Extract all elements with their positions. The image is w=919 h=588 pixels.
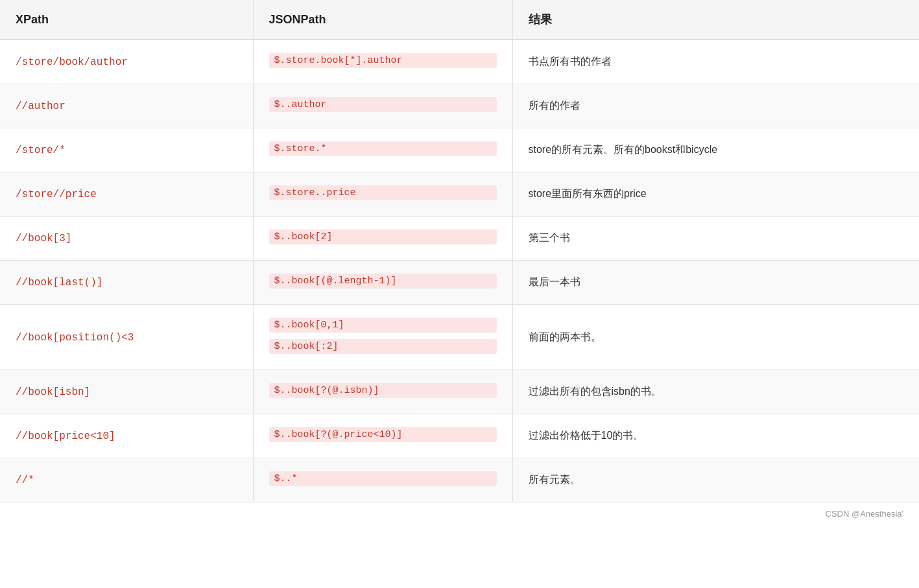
xpath-cell: //book[price<10] <box>0 414 253 458</box>
table-row: /store/book/author$.store.book[*].author… <box>0 40 919 84</box>
result-value: 所有元素。 <box>529 474 580 485</box>
table-row: //book[last()]$..book[(@.length-1)]最后一本书 <box>0 261 919 305</box>
jsonpath-cell: $..author <box>253 84 512 128</box>
table-row: /store//price$.store..pricestore里面所有东西的p… <box>0 172 919 217</box>
header-result: 结果 <box>512 0 919 40</box>
table-row: //author$..author所有的作者 <box>0 84 919 128</box>
xpath-cell: //book[position()<3 <box>0 305 253 370</box>
jsonpath-badge: $..* <box>269 471 497 486</box>
result-cell: 过滤出价格低于10的书。 <box>512 414 919 458</box>
result-value: 最后一本书 <box>529 276 580 287</box>
result-cell: store的所有元素。所有的bookst和bicycle <box>512 128 919 172</box>
xpath-value: //author <box>16 100 66 112</box>
xpath-cell: //author <box>0 84 253 128</box>
result-cell: 第三个书 <box>512 217 919 261</box>
result-cell: 最后一本书 <box>512 261 919 305</box>
result-value: 书点所有书的作者 <box>529 56 612 67</box>
xpath-value: /store//price <box>16 189 97 200</box>
header-jsonpath: JSONPath <box>253 0 512 40</box>
header-xpath: XPath <box>0 0 253 40</box>
xpath-value: //book[3] <box>16 233 71 244</box>
jsonpath-badge: $..book[0,1] <box>269 318 497 333</box>
jsonpath-badge: $.store..price <box>269 185 497 200</box>
result-cell: store里面所有东西的price <box>512 172 919 217</box>
xpath-cell: //book[3] <box>0 217 253 261</box>
xpath-cell: //book[isbn] <box>0 370 253 414</box>
xpath-value: //book[last()] <box>16 277 102 288</box>
jsonpath-cell: $..book[2] <box>253 217 512 261</box>
jsonpath-cell: $..* <box>253 458 512 502</box>
table-row: //book[isbn]$..book[?(@.isbn)] 过滤出所有的包含i… <box>0 370 919 414</box>
xpath-cell: //* <box>0 458 253 502</box>
jsonpath-badge: $.store.book[*].author <box>269 53 497 68</box>
xpath-cell: /store/book/author <box>0 40 253 84</box>
xpath-value: /store/* <box>16 145 66 156</box>
jsonpath-badge: $.store.* <box>269 141 497 156</box>
jsonpath-cell: $..book[?(@.isbn)] <box>253 370 512 414</box>
comparison-table: XPath JSONPath 结果 /store/book/author$.st… <box>0 0 919 502</box>
table-row: //book[3]$..book[2]第三个书 <box>0 217 919 261</box>
result-value: 第三个书 <box>529 232 570 243</box>
result-cell: 前面的两本书。 <box>512 305 919 370</box>
result-cell: 书点所有书的作者 <box>512 40 919 84</box>
xpath-value: //* <box>16 475 34 486</box>
jsonpath-cell: $..book[?(@.price<10)] <box>253 414 512 458</box>
jsonpath-cell: $.store..price <box>253 172 512 217</box>
jsonpath-badge: $..book[?(@.price<10)] <box>269 427 497 442</box>
xpath-value: //book[position()<3 <box>16 332 134 344</box>
jsonpath-badge: $..book[?(@.isbn)] <box>269 383 497 398</box>
jsonpath-cell: $.store.* <box>253 128 512 172</box>
result-value: 前面的两本书。 <box>529 331 601 342</box>
xpath-cell: /store//price <box>0 172 253 217</box>
table-header-row: XPath JSONPath 结果 <box>0 0 919 40</box>
table-row: //book[price<10]$..book[?(@.price<10)]过滤… <box>0 414 919 458</box>
jsonpath-cell: $..book[(@.length-1)] <box>253 261 512 305</box>
xpath-value: //book[isbn] <box>16 386 90 398</box>
watermark: CSDN @Anesthesia' <box>0 502 919 525</box>
jsonpath-badge: $..book[:2] <box>269 339 497 354</box>
result-value: store的所有元素。所有的bookst和bicycle <box>529 144 718 155</box>
result-value: 所有的作者 <box>529 100 580 111</box>
jsonpath-cell: $..book[0,1]$..book[:2] <box>253 305 512 370</box>
result-cell: 所有元素。 <box>512 458 919 502</box>
result-value: store里面所有东西的price <box>529 188 647 199</box>
jsonpath-cell: $.store.book[*].author <box>253 40 512 84</box>
result-value: 过滤出价格低于10的书。 <box>529 430 644 441</box>
jsonpath-badge: $..author <box>269 97 497 112</box>
xpath-cell: //book[last()] <box>0 261 253 305</box>
jsonpath-badge: $..book[(@.length-1)] <box>269 274 497 288</box>
xpath-value: //book[price<10] <box>16 430 115 442</box>
result-cell: 过滤出所有的包含isbn的书。 <box>512 370 919 414</box>
xpath-cell: /store/* <box>0 128 253 172</box>
xpath-value: /store/book/author <box>16 56 128 68</box>
table-row: //book[position()<3$..book[0,1]$..book[:… <box>0 305 919 370</box>
result-cell: 所有的作者 <box>512 84 919 128</box>
result-value: 过滤出所有的包含isbn的书。 <box>529 386 662 397</box>
table-row: /store/*$.store.*store的所有元素。所有的bookst和bi… <box>0 128 919 172</box>
table-row: //*$..*所有元素。 <box>0 458 919 502</box>
jsonpath-badge: $..book[2] <box>269 229 497 244</box>
main-container: XPath JSONPath 结果 /store/book/author$.st… <box>0 0 919 588</box>
